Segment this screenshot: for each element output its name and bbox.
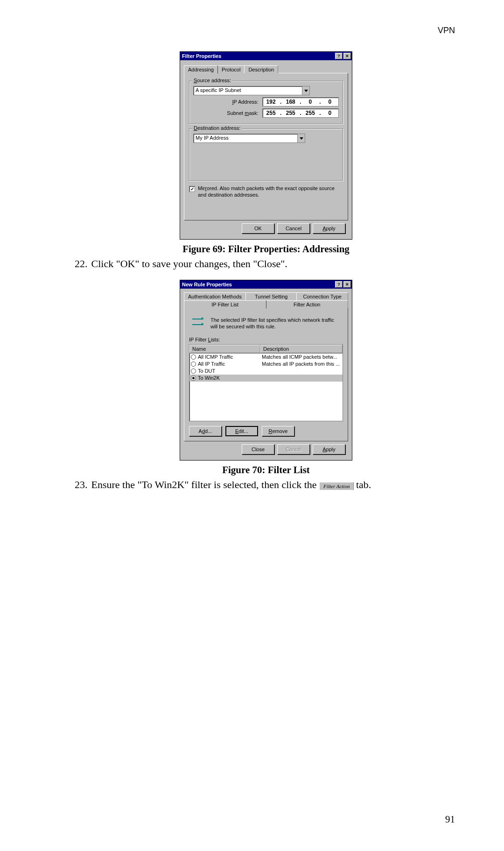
step-text-italic: Filter Action [319,482,354,490]
destination-type-value: My IP Address [194,134,297,142]
step-23: 23. Ensure the "To Win2K" filter is sele… [75,478,457,492]
radio-icon[interactable] [191,362,196,367]
item-desc: Matches all ICMP packets betw... [262,354,341,360]
titlebar: Filter Properties ? ✕ [180,52,352,60]
mask-octet-1[interactable]: 255 [263,110,280,116]
ip-octet-3[interactable]: 0 [302,99,319,105]
tab-auth-methods[interactable]: Authentication Methods [184,292,246,300]
figure-caption-70: Figure 70: Filter List [75,464,457,476]
dialog-body: Addressing Protocol Description Source a… [180,60,352,239]
window-title: New Rule Properties [182,282,334,287]
tab-ip-filter-list[interactable]: IP Filter List [184,300,266,309]
item-desc: Matches all IP packets from this ... [262,361,341,367]
help-button[interactable]: ? [335,53,343,59]
dialog-buttons: OK Cancel Apply [184,220,348,234]
item-name: To DUT [198,368,215,374]
list-item[interactable]: To Win2K [189,375,343,382]
cancel-button: Cancel [277,444,310,454]
mirrored-label: Mirrored. Also match packets with the ex… [198,185,343,199]
tab-description[interactable]: Description [244,65,278,73]
list-item[interactable]: All IP Traffic Matches all IP packets fr… [189,361,343,368]
step-text: Click "OK" to save your changes, then "C… [91,258,287,269]
ip-address-label: IP Address: [203,99,259,105]
window-title: Filter Properties [182,53,334,59]
page: VPN Filter Properties ? ✕ Addressing Pro… [0,0,504,851]
ip-filter-listview[interactable]: Name Description All ICMP Traffic Matche… [189,344,343,421]
item-name: All IP Traffic [198,361,225,367]
source-address-legend: Source address: [192,78,232,83]
destination-address-legend: Destination address: [192,125,242,131]
step-number: 23. [75,478,89,492]
list-item[interactable]: To DUT [189,368,343,375]
mirrored-checkbox[interactable]: ✓ [189,186,195,192]
radio-icon[interactable] [191,369,196,374]
source-type-value: A specific IP Subnet [194,86,302,95]
dialog-body: Authentication Methods Tunnel Setting Co… [180,289,352,460]
tabstrip: Authentication Methods Tunnel Setting Co… [184,292,348,308]
ip-address-input[interactable]: 192. 168. 0. 0 [262,97,339,106]
tab-filter-action[interactable]: Filter Action [266,300,349,308]
ip-octet-1[interactable]: 192 [263,99,280,105]
tab-panel-ip-filter-list: The selected IP filter list specifies wh… [184,308,348,441]
radio-icon[interactable] [191,376,196,381]
t: ource address: [197,78,231,83]
list-item[interactable]: All ICMP Traffic Matches all ICMP packet… [189,354,343,361]
tabstrip: Addressing Protocol Description [184,64,348,73]
destination-type-dropdown[interactable]: My IP Address [193,134,305,143]
source-address-group: Source address: A specific IP Subnet IP … [189,81,343,124]
step-number: 22. [75,257,89,271]
ip-octet-4[interactable]: 0 [322,99,338,105]
dropdown-arrow-icon[interactable] [297,134,305,142]
mask-octet-4[interactable]: 0 [322,110,338,116]
subnet-mask-label: Subnet mask: [203,110,259,116]
item-name: All ICMP Traffic [198,354,233,360]
intro-text: The selected IP filter list specifies wh… [210,317,341,330]
header-section: VPN [438,26,455,35]
ok-button[interactable]: OK [242,223,274,234]
dropdown-arrow-icon[interactable] [302,86,309,95]
tab-tunnel-setting[interactable]: Tunnel Setting [245,292,297,300]
remove-button[interactable]: Remove [262,426,294,436]
filter-list-icon [191,317,204,328]
filter-properties-dialog: Filter Properties ? ✕ Addressing Protoco… [180,51,352,240]
titlebar: New Rule Properties ? ✕ [180,280,352,289]
edit-button[interactable]: Edit... [225,426,258,436]
subnet-mask-input[interactable]: 255. 255. 255. 0 [262,108,339,118]
destination-address-group: Destination address: My IP Address [189,128,343,181]
source-type-dropdown[interactable]: A specific IP Subnet [193,86,310,95]
new-rule-properties-dialog: New Rule Properties ? ✕ Authentication M… [180,280,352,461]
dialog-buttons: Close Cancel Apply [184,441,348,455]
page-number: 91 [445,814,455,825]
help-button[interactable]: ? [335,281,343,288]
figure-caption-69: Figure 69: Filter Properties: Addressing [75,243,457,255]
mirrored-checkbox-row[interactable]: ✓ Mirrored. Also match packets with the … [189,185,343,199]
mask-octet-3[interactable]: 255 [302,110,319,116]
listview-header: Name Description [189,345,343,354]
step-text-a: Ensure the "To Win2K" filter is selected… [91,479,320,490]
ip-filter-lists-label: IP Filter Lists: [189,337,343,342]
item-name: To Win2K [198,375,220,381]
step-text-c: tab. [353,479,371,490]
apply-button[interactable]: Apply [313,223,345,234]
col-name-header[interactable]: Name [189,345,260,353]
apply-button[interactable]: Apply [313,444,345,454]
close-button[interactable]: Close [242,444,274,454]
step-22: 22. Click "OK" to save your changes, the… [75,257,457,271]
col-desc-header[interactable]: Description [260,345,343,353]
radio-icon[interactable] [191,355,196,360]
tab-panel-addressing: Source address: A specific IP Subnet IP … [184,73,348,220]
tab-addressing[interactable]: Addressing [184,65,218,74]
ip-octet-2[interactable]: 168 [282,99,299,105]
mask-octet-2[interactable]: 255 [282,110,299,116]
tab-connection-type[interactable]: Connection Type [296,292,348,300]
listview-body: All ICMP Traffic Matches all ICMP packet… [189,354,343,421]
close-button[interactable]: ✕ [343,53,351,59]
tab-protocol[interactable]: Protocol [217,65,245,73]
add-button[interactable]: Add... [189,426,222,436]
cancel-button[interactable]: Cancel [277,223,310,234]
close-button[interactable]: ✕ [343,281,351,288]
